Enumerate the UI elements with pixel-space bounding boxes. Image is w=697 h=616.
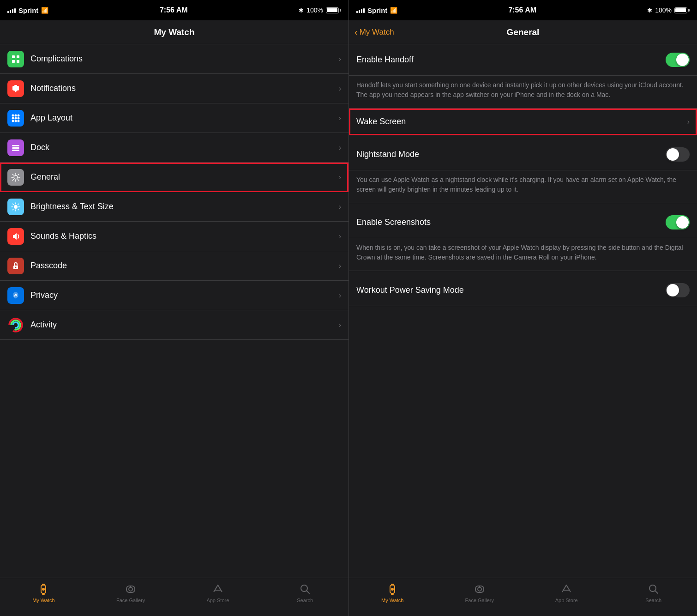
left-time: 7:56 AM <box>160 6 188 14</box>
tab-app-store-right[interactable]: App Store <box>523 583 610 603</box>
privacy-chevron: › <box>339 291 341 300</box>
enable-handoff-desc-text: Handoff lets you start something on one … <box>356 80 690 100</box>
left-status-right: ✱ 100% <box>299 6 341 14</box>
screenshots-description: When this is on, you can take a screensh… <box>349 238 697 271</box>
tab-face-gallery-icon-right <box>473 583 486 596</box>
list-item-privacy[interactable]: Privacy › <box>0 281 348 310</box>
svg-rect-4 <box>12 86 19 91</box>
right-signal-bars <box>356 7 365 13</box>
tab-face-gallery-left[interactable]: Face Gallery <box>87 583 174 603</box>
list-item-general[interactable]: General › <box>0 163 348 192</box>
svg-point-6 <box>12 114 14 116</box>
tab-app-store-left[interactable]: App Store <box>174 583 262 603</box>
svg-rect-5 <box>14 85 17 86</box>
brightness-icon <box>7 199 24 215</box>
left-nav-bar: My Watch <box>0 20 348 44</box>
list-item-notifications[interactable]: Notifications › <box>0 74 348 103</box>
settings-row-enable-handoff[interactable]: Enable Handoff <box>349 44 697 76</box>
tab-my-watch-left[interactable]: My Watch <box>0 583 87 603</box>
dock-icon <box>7 139 24 156</box>
battery-container-left <box>326 7 341 13</box>
svg-point-11 <box>18 117 20 119</box>
list-item-sounds[interactable]: Sounds & Haptics › <box>0 222 348 251</box>
workout-toggle[interactable] <box>666 283 690 297</box>
svg-point-7 <box>15 114 17 116</box>
settings-row-nightstand[interactable]: Nightstand Mode <box>349 139 697 170</box>
nightstand-label: Nightstand Mode <box>356 150 419 159</box>
tab-face-gallery-icon-left <box>124 583 137 596</box>
tab-search-right[interactable]: Search <box>610 583 697 603</box>
svg-point-18 <box>14 175 18 179</box>
right-time: 7:56 AM <box>508 6 536 14</box>
complications-icon <box>7 51 24 67</box>
svg-point-13 <box>15 120 17 122</box>
svg-rect-38 <box>391 584 394 585</box>
list-item-app-layout[interactable]: App Layout › <box>0 103 348 133</box>
left-panel: Sprint 📶 7:56 AM ✱ 100% My Watch <box>0 0 348 616</box>
left-status-bar: Sprint 📶 7:56 AM ✱ 100% <box>0 0 348 20</box>
list-item-activity[interactable]: Activity › <box>0 310 348 340</box>
privacy-label: Privacy <box>30 290 339 300</box>
list-item-brightness[interactable]: Brightness & Text Size › <box>0 192 348 222</box>
svg-line-46 <box>655 591 658 593</box>
activity-icon <box>7 317 24 333</box>
tab-face-gallery-right[interactable]: Face Gallery <box>436 583 523 603</box>
svg-rect-16 <box>12 147 19 149</box>
privacy-icon <box>7 287 24 304</box>
list-item-dock[interactable]: Dock › <box>0 133 348 163</box>
svg-rect-1 <box>17 55 19 58</box>
left-list-container: Complications › Notifications › <box>0 44 348 578</box>
brightness-label: Brightness & Text Size <box>30 202 339 211</box>
svg-point-9 <box>12 117 14 119</box>
screenshots-toggle[interactable] <box>666 215 690 229</box>
nightstand-knob <box>667 148 679 161</box>
tab-app-store-label-right: App Store <box>555 598 578 603</box>
nav-back-button[interactable]: ‹ My Watch <box>355 27 394 37</box>
svg-rect-15 <box>12 145 19 146</box>
dock-chevron: › <box>339 144 341 152</box>
svg-point-42 <box>478 587 481 591</box>
general-label: General <box>30 172 339 182</box>
rbar2 <box>359 10 360 13</box>
settings-row-screenshots[interactable]: Enable Screenshots <box>349 207 697 238</box>
right-carrier: Sprint <box>367 6 387 14</box>
wifi-icon: 📶 <box>41 7 48 14</box>
tab-face-gallery-label-left: Face Gallery <box>116 598 145 603</box>
passcode-icon <box>7 258 24 274</box>
nightstand-toggle[interactable] <box>666 147 690 162</box>
svg-rect-17 <box>12 150 19 151</box>
svg-point-40 <box>391 588 394 591</box>
left-nav-title: My Watch <box>154 27 195 37</box>
tab-my-watch-label-left: My Watch <box>32 598 55 603</box>
svg-point-19 <box>14 205 18 209</box>
bar4 <box>14 8 16 13</box>
svg-point-26 <box>13 322 18 328</box>
svg-point-32 <box>129 587 132 591</box>
rbar3 <box>361 9 362 13</box>
settings-row-wake-screen[interactable]: Wake Screen › <box>349 109 697 135</box>
rbar1 <box>356 11 358 13</box>
svg-point-30 <box>42 588 45 591</box>
svg-point-12 <box>12 120 14 122</box>
settings-row-workout[interactable]: Workout Power Saving Mode <box>349 275 697 306</box>
screenshots-knob <box>676 216 689 229</box>
tab-search-left[interactable]: Search <box>261 583 348 603</box>
wifi-icon-right: 📶 <box>390 7 397 14</box>
complications-chevron: › <box>339 55 341 63</box>
list-item-complications[interactable]: Complications › <box>0 44 348 74</box>
bluetooth-icon-right: ✱ <box>647 7 652 14</box>
enable-handoff-label: Enable Handoff <box>356 55 414 65</box>
battery-tip-left <box>340 9 341 12</box>
enable-handoff-toggle[interactable] <box>666 53 690 67</box>
sounds-label: Sounds & Haptics <box>30 231 339 241</box>
app-layout-label: App Layout <box>30 113 339 123</box>
right-status-bar: Sprint 📶 7:56 AM ✱ 100% <box>349 0 697 20</box>
list-item-passcode[interactable]: Passcode › <box>0 251 348 281</box>
notifications-icon <box>7 80 24 97</box>
battery-body-right <box>674 7 687 13</box>
tab-my-watch-right[interactable]: My Watch <box>349 583 436 603</box>
svg-point-14 <box>18 120 20 122</box>
battery-container-right <box>674 7 690 13</box>
workout-label: Workout Power Saving Mode <box>356 285 464 295</box>
rbar4 <box>363 8 365 13</box>
